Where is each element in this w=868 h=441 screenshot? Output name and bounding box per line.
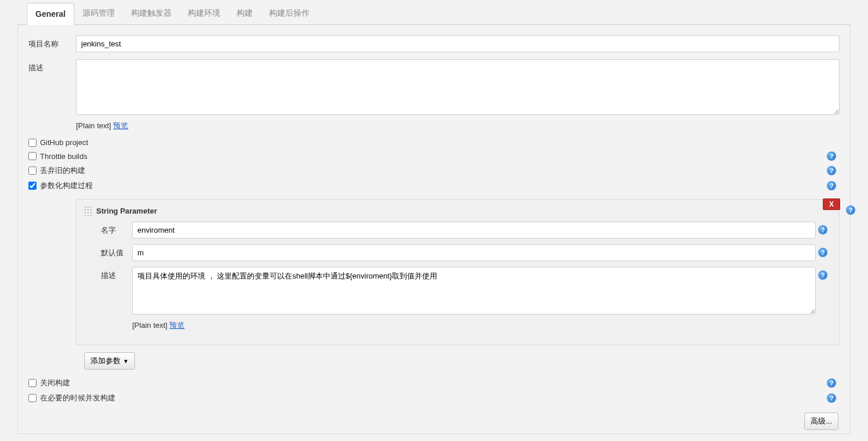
project-desc-textarea[interactable] xyxy=(76,59,840,115)
plain-text-label: [Plain text] xyxy=(132,321,168,330)
parameter-type-label: String Parameter xyxy=(96,207,157,215)
param-name-label: 名字 xyxy=(101,222,132,236)
concurrent-build-checkbox[interactable] xyxy=(28,394,37,402)
help-icon[interactable]: ? xyxy=(827,166,836,175)
disable-build-label: 关闭构建 xyxy=(40,378,70,388)
preview-link[interactable]: 预览 xyxy=(113,121,128,130)
param-desc-label: 描述 xyxy=(101,267,132,281)
help-icon[interactable]: ? xyxy=(827,378,836,388)
param-default-label: 默认值 xyxy=(101,244,132,258)
tab-env[interactable]: 构建环境 xyxy=(180,2,228,24)
discard-old-checkbox[interactable] xyxy=(28,167,37,175)
github-project-checkbox[interactable] xyxy=(28,139,37,147)
parametrized-label: 参数化构建过程 xyxy=(40,180,93,191)
tab-general[interactable]: General xyxy=(27,3,74,25)
tab-build[interactable]: 构建 xyxy=(228,2,261,24)
throttle-builds-label: Throttle builds xyxy=(40,152,88,161)
tab-source[interactable]: 源码管理 xyxy=(74,2,123,24)
help-icon[interactable]: ? xyxy=(827,181,836,190)
param-name-input[interactable] xyxy=(132,222,816,238)
concurrent-build-option[interactable]: 在必要的时候并发构建 xyxy=(28,393,115,403)
project-name-label: 项目名称 xyxy=(28,35,76,49)
parametrized-option[interactable]: 参数化构建过程 xyxy=(28,180,93,191)
github-project-option[interactable]: GitHub project xyxy=(28,138,88,147)
discard-old-label: 丢弃旧的构建 xyxy=(40,165,85,176)
help-icon[interactable]: ? xyxy=(846,205,855,215)
throttle-builds-checkbox[interactable] xyxy=(28,152,37,160)
param-default-input[interactable] xyxy=(132,244,816,261)
add-parameter-button[interactable]: 添加参数▼ xyxy=(84,352,135,370)
github-project-label: GitHub project xyxy=(40,138,88,147)
plain-text-label: [Plain text] xyxy=(76,121,111,130)
tabs-bar: General 源码管理 构建触发器 构建环境 构建 构建后操作 xyxy=(17,2,851,25)
project-name-input[interactable] xyxy=(76,35,840,52)
project-desc-label: 描述 xyxy=(28,59,76,73)
parametrized-checkbox[interactable] xyxy=(28,182,37,190)
help-icon[interactable]: ? xyxy=(827,151,836,161)
tab-post[interactable]: 构建后操作 xyxy=(261,2,318,24)
param-desc-textarea[interactable]: 项目具体使用的环境 ， 这里配置的变量可以在shell脚本中通过${enviro… xyxy=(132,267,816,315)
concurrent-build-label: 在必要的时候并发构建 xyxy=(40,393,115,403)
param-preview-link[interactable]: 预览 xyxy=(169,321,184,330)
throttle-builds-option[interactable]: Throttle builds xyxy=(28,152,88,161)
chevron-down-icon: ▼ xyxy=(123,358,129,364)
advanced-button[interactable]: 高级... xyxy=(804,413,838,430)
help-icon[interactable]: ? xyxy=(818,270,827,280)
discard-old-option[interactable]: 丢弃旧的构建 xyxy=(28,165,85,176)
general-panel: 项目名称 描述 [Plain text] 预览 GitHub project xyxy=(17,25,851,434)
help-icon[interactable]: ? xyxy=(818,248,827,257)
drag-handle-icon[interactable] xyxy=(83,205,92,216)
disable-build-option[interactable]: 关闭构建 xyxy=(28,378,70,388)
string-parameter-block: X String Parameter ? 名字 ? xyxy=(76,199,840,345)
tab-triggers[interactable]: 构建触发器 xyxy=(123,2,180,24)
help-icon[interactable]: ? xyxy=(827,393,836,403)
disable-build-checkbox[interactable] xyxy=(28,379,37,387)
help-icon[interactable]: ? xyxy=(818,225,827,234)
